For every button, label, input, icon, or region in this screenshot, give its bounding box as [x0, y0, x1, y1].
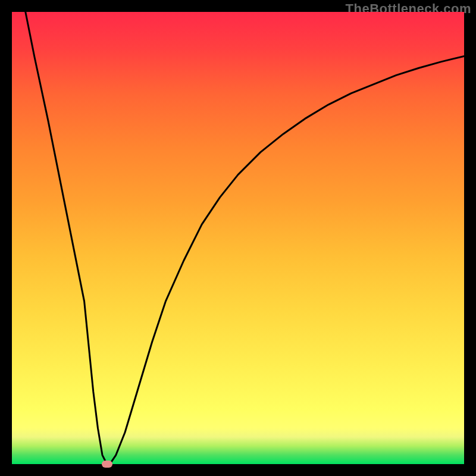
curve-marker: [102, 461, 112, 468]
plot-area: [12, 12, 464, 464]
chart-container: TheBottleneck.com: [0, 0, 476, 476]
curve-svg: [12, 12, 464, 464]
bottleneck-curve: [26, 12, 464, 464]
